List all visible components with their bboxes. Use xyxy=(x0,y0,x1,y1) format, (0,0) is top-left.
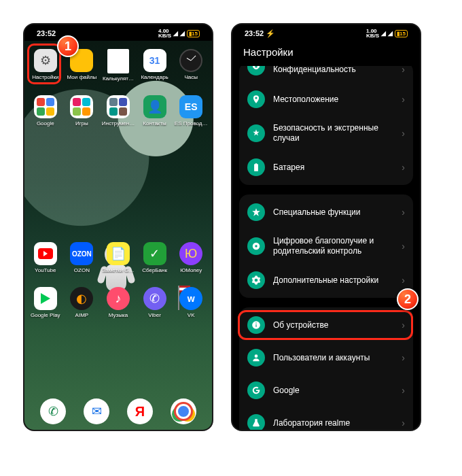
row-privacy[interactable]: Конфиденциальность › xyxy=(239,66,413,83)
row-special-functions[interactable]: Специальные функции › xyxy=(239,196,413,228)
calendar-icon: 31 xyxy=(143,49,166,72)
app-vk[interactable]: wVK xyxy=(173,286,209,320)
dock-chrome[interactable] xyxy=(171,398,196,424)
dock-messages[interactable]: ✉ xyxy=(84,398,109,424)
statusbar: 23:52 ⚡ 1.00KB/S ◢ ◢ ▮15 xyxy=(232,24,420,39)
app-calendar[interactable]: 31Календарь xyxy=(137,48,173,83)
chevron-right-icon: › xyxy=(402,352,405,363)
annotation-step-1: 1 xyxy=(57,35,79,57)
settings-group-3: Об устройстве › Пользователи и аккаунты … xyxy=(239,307,413,430)
viber-icon: ✆ xyxy=(143,287,166,310)
status-indicators: 4.00KB/S ◢ ◢ ▮15 xyxy=(158,29,200,38)
dock: ✆ ✉ Я xyxy=(24,398,212,424)
battery-icon xyxy=(247,158,265,176)
statusbar: 23:52 4.00KB/S ◢ ◢ ▮15 xyxy=(24,24,212,39)
chevron-right-icon: › xyxy=(402,162,405,173)
status-time: 23:52 ⚡ xyxy=(245,29,275,38)
app-grid-row-2: Google Игры Инструмен… 👤Контакты ESES Пр… xyxy=(24,88,212,133)
svg-point-5 xyxy=(255,355,258,358)
settings-group-1: Конфиденциальность › Местоположение › Бе… xyxy=(239,66,413,185)
app-grid-row-3: YouTube OZONOZON 📄Заметки G… ✓СберБанк Ю… xyxy=(24,235,212,280)
status-time: 23:52 xyxy=(37,29,56,37)
play-icon xyxy=(34,287,57,310)
row-google[interactable]: Google › xyxy=(239,374,413,407)
vk-icon: w xyxy=(179,287,202,310)
app-notes[interactable]: 📄Заметки G… xyxy=(100,241,137,275)
chevron-right-icon: › xyxy=(402,385,405,396)
settings-scroll[interactable]: Конфиденциальность › Местоположение › Бе… xyxy=(232,66,420,430)
app-google-play[interactable]: Google Play xyxy=(27,286,64,320)
settings-group-2: Специальные функции › Цифровое благополу… xyxy=(239,194,413,298)
user-icon xyxy=(247,349,265,367)
chevron-right-icon: › xyxy=(402,94,405,105)
asterisk-icon xyxy=(247,124,265,142)
chevron-right-icon: › xyxy=(402,241,405,252)
phone-home-screen: 23:52 4.00KB/S ◢ ◢ ▮15 ⚙Настройки Мои фа… xyxy=(23,23,213,431)
svg-point-4 xyxy=(255,323,257,324)
svg-rect-3 xyxy=(255,324,256,327)
wifi-icon: ◢ xyxy=(388,30,393,37)
app-yoomoney[interactable]: ЮЮMoney xyxy=(173,241,209,275)
star-icon xyxy=(247,203,265,221)
app-calculator[interactable]: Калькулят… xyxy=(100,48,137,83)
app-contacts[interactable]: 👤Контакты xyxy=(137,94,173,128)
app-grid-row-4: Google Play ◐AIMP ♪Музыка ✆Viber wVK xyxy=(24,280,212,325)
app-aimp[interactable]: ◐AIMP xyxy=(64,286,101,320)
contacts-icon: 👤 xyxy=(143,95,166,118)
page-title: Настройки xyxy=(232,39,420,66)
app-sberbank[interactable]: ✓СберБанк xyxy=(137,241,173,275)
folder-tools[interactable]: Инструмен… xyxy=(100,94,137,128)
google-icon xyxy=(247,381,265,399)
status-indicators: 1.00KB/S ◢ ◢ ▮15 xyxy=(366,29,408,38)
wellbeing-icon xyxy=(247,237,265,255)
pin-icon xyxy=(247,90,265,108)
app-ozon[interactable]: OZONOZON xyxy=(64,241,101,275)
clock-icon xyxy=(179,49,202,72)
row-about-device[interactable]: Об устройстве › xyxy=(239,309,413,341)
app-youtube[interactable]: YouTube xyxy=(27,241,64,275)
gear-icon xyxy=(247,271,265,289)
row-digital-wellbeing[interactable]: Цифровое благополучие и родительский кон… xyxy=(239,228,413,264)
chevron-right-icon: › xyxy=(402,128,405,139)
row-battery[interactable]: Батарея › xyxy=(239,151,413,184)
wifi-icon: ◢ xyxy=(180,30,185,37)
es-icon: ES xyxy=(179,95,202,118)
youtube-icon xyxy=(34,242,57,265)
folder-games[interactable]: Игры xyxy=(64,94,101,128)
info-icon xyxy=(247,316,265,334)
signal-icon: ◢ xyxy=(173,30,178,37)
yoomoney-icon: Ю xyxy=(179,242,202,265)
aimp-icon: ◐ xyxy=(70,287,93,310)
battery-indicator: ▮15 xyxy=(187,30,200,37)
annotation-step-2: 2 xyxy=(397,288,419,310)
chevron-right-icon: › xyxy=(402,66,405,75)
chevron-right-icon: › xyxy=(402,207,405,218)
flask-icon xyxy=(247,414,265,430)
annotation-highlight-1 xyxy=(27,44,61,84)
calculator-icon xyxy=(107,49,129,73)
music-icon: ♪ xyxy=(107,287,130,310)
svg-point-1 xyxy=(255,245,257,248)
chevron-right-icon: › xyxy=(402,418,405,428)
row-realme-lab[interactable]: Лаборатория realme › xyxy=(239,407,413,430)
sber-icon: ✓ xyxy=(143,242,166,265)
app-clock[interactable]: Часы xyxy=(173,48,209,83)
app-music[interactable]: ♪Музыка xyxy=(100,286,137,320)
row-security[interactable]: Безопасность и экстренные случаи › xyxy=(239,116,413,151)
app-es-explorer[interactable]: ESES Провод… xyxy=(173,94,209,128)
eye-icon xyxy=(247,66,265,75)
folder-google[interactable]: Google xyxy=(27,94,64,128)
dock-phone[interactable]: ✆ xyxy=(40,398,66,424)
dock-yandex[interactable]: Я xyxy=(127,398,153,424)
notes-icon: 📄 xyxy=(107,242,130,265)
folder-icon xyxy=(107,95,130,118)
battery-indicator: ▮15 xyxy=(395,30,408,37)
folder-icon xyxy=(34,95,57,118)
chevron-right-icon: › xyxy=(402,275,405,286)
chevron-right-icon: › xyxy=(402,320,405,330)
row-users-accounts[interactable]: Пользователи и аккаунты › xyxy=(239,341,413,374)
row-location[interactable]: Местоположение › xyxy=(239,83,413,116)
app-viber[interactable]: ✆Viber xyxy=(137,286,173,320)
phone-settings-screen: 23:52 ⚡ 1.00KB/S ◢ ◢ ▮15 Настройки Конфи… xyxy=(231,23,421,431)
row-additional-settings[interactable]: Дополнительные настройки › xyxy=(239,264,413,296)
